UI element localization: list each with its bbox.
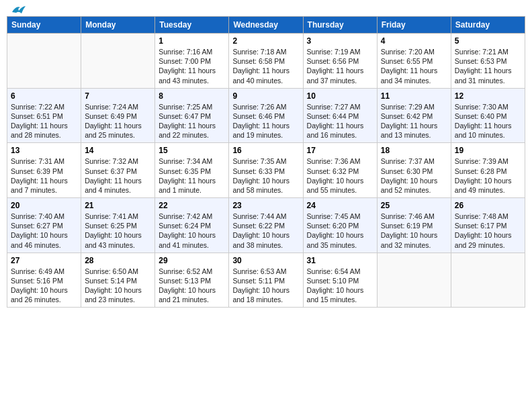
calendar-cell: 5Sunrise: 7:21 AM Sunset: 6:53 PM Daylig…	[451, 34, 525, 89]
logo	[9, 7, 26, 13]
calendar-cell: 11Sunrise: 7:29 AM Sunset: 6:42 PM Dayli…	[377, 88, 451, 143]
cell-info: Sunrise: 7:36 AM Sunset: 6:32 PM Dayligh…	[307, 156, 373, 195]
calendar-cell: 15Sunrise: 7:34 AM Sunset: 6:35 PM Dayli…	[155, 143, 229, 198]
calendar-cell: 6Sunrise: 7:22 AM Sunset: 6:51 PM Daylig…	[7, 88, 81, 143]
weekday-header-monday: Monday	[81, 17, 155, 34]
day-number: 8	[159, 91, 225, 101]
calendar-cell: 30Sunrise: 6:53 AM Sunset: 5:11 PM Dayli…	[229, 253, 303, 308]
cell-info: Sunrise: 6:50 AM Sunset: 5:14 PM Dayligh…	[85, 267, 151, 305]
weekday-header-wednesday: Wednesday	[229, 17, 303, 34]
day-number: 24	[307, 201, 373, 210]
cell-info: Sunrise: 7:25 AM Sunset: 6:47 PM Dayligh…	[159, 102, 225, 140]
calendar-cell: 4Sunrise: 7:20 AM Sunset: 6:55 PM Daylig…	[377, 34, 451, 89]
cell-info: Sunrise: 7:45 AM Sunset: 6:20 PM Dayligh…	[307, 212, 373, 250]
calendar-row-1: 6Sunrise: 7:22 AM Sunset: 6:51 PM Daylig…	[7, 88, 525, 143]
cell-info: Sunrise: 7:22 AM Sunset: 6:51 PM Dayligh…	[11, 102, 77, 140]
logo-bird-icon	[11, 4, 26, 16]
cell-info: Sunrise: 7:30 AM Sunset: 6:40 PM Dayligh…	[455, 102, 521, 140]
cell-info: Sunrise: 7:26 AM Sunset: 6:46 PM Dayligh…	[232, 102, 299, 140]
calendar-cell: 14Sunrise: 7:32 AM Sunset: 6:37 PM Dayli…	[81, 143, 155, 198]
calendar-cell: 28Sunrise: 6:50 AM Sunset: 5:14 PM Dayli…	[81, 253, 155, 308]
day-number: 26	[455, 201, 521, 210]
calendar-cell: 19Sunrise: 7:39 AM Sunset: 6:28 PM Dayli…	[451, 143, 525, 198]
calendar-header-row: SundayMondayTuesdayWednesdayThursdayFrid…	[7, 17, 525, 34]
day-number: 23	[232, 201, 299, 210]
calendar-cell: 12Sunrise: 7:30 AM Sunset: 6:40 PM Dayli…	[451, 88, 525, 143]
cell-info: Sunrise: 7:32 AM Sunset: 6:37 PM Dayligh…	[85, 156, 151, 195]
calendar-cell: 3Sunrise: 7:19 AM Sunset: 6:56 PM Daylig…	[303, 34, 377, 89]
calendar-cell: 24Sunrise: 7:45 AM Sunset: 6:20 PM Dayli…	[303, 198, 377, 253]
calendar-cell: 1Sunrise: 7:16 AM Sunset: 7:00 PM Daylig…	[155, 34, 229, 89]
calendar-cell	[81, 34, 155, 89]
cell-info: Sunrise: 7:46 AM Sunset: 6:19 PM Dayligh…	[381, 212, 447, 250]
cell-info: Sunrise: 7:27 AM Sunset: 6:44 PM Dayligh…	[307, 102, 373, 140]
day-number: 18	[381, 146, 447, 155]
calendar-cell: 27Sunrise: 6:49 AM Sunset: 5:16 PM Dayli…	[7, 253, 81, 308]
calendar-cell: 2Sunrise: 7:18 AM Sunset: 6:58 PM Daylig…	[229, 34, 303, 89]
cell-info: Sunrise: 6:53 AM Sunset: 5:11 PM Dayligh…	[232, 267, 299, 305]
weekday-header-friday: Friday	[377, 17, 451, 34]
calendar-cell: 22Sunrise: 7:42 AM Sunset: 6:24 PM Dayli…	[155, 198, 229, 253]
cell-info: Sunrise: 7:37 AM Sunset: 6:30 PM Dayligh…	[381, 156, 447, 195]
day-number: 30	[232, 256, 299, 265]
day-number: 28	[85, 256, 151, 265]
cell-info: Sunrise: 7:41 AM Sunset: 6:25 PM Dayligh…	[85, 212, 151, 250]
day-number: 11	[381, 91, 447, 101]
day-number: 20	[11, 201, 77, 210]
day-number: 14	[85, 146, 151, 155]
day-number: 9	[232, 91, 299, 101]
day-number: 3	[307, 36, 373, 46]
calendar-row-0: 1Sunrise: 7:16 AM Sunset: 7:00 PM Daylig…	[7, 34, 525, 89]
day-number: 12	[455, 91, 521, 101]
day-number: 22	[159, 201, 225, 210]
cell-info: Sunrise: 7:35 AM Sunset: 6:33 PM Dayligh…	[232, 156, 299, 195]
day-number: 15	[159, 146, 225, 155]
day-number: 21	[85, 201, 151, 210]
cell-info: Sunrise: 7:18 AM Sunset: 6:58 PM Dayligh…	[232, 47, 299, 85]
calendar-cell: 20Sunrise: 7:40 AM Sunset: 6:27 PM Dayli…	[7, 198, 81, 253]
calendar-row-2: 13Sunrise: 7:31 AM Sunset: 6:39 PM Dayli…	[7, 143, 525, 198]
calendar-cell: 7Sunrise: 7:24 AM Sunset: 6:49 PM Daylig…	[81, 88, 155, 143]
day-number: 25	[381, 201, 447, 210]
calendar-cell: 29Sunrise: 6:52 AM Sunset: 5:13 PM Dayli…	[155, 253, 229, 308]
calendar-cell: 25Sunrise: 7:46 AM Sunset: 6:19 PM Dayli…	[377, 198, 451, 253]
calendar-cell: 21Sunrise: 7:41 AM Sunset: 6:25 PM Dayli…	[81, 198, 155, 253]
calendar-cell: 26Sunrise: 7:48 AM Sunset: 6:17 PM Dayli…	[451, 198, 525, 253]
cell-info: Sunrise: 7:48 AM Sunset: 6:17 PM Dayligh…	[455, 212, 521, 250]
cell-info: Sunrise: 7:39 AM Sunset: 6:28 PM Dayligh…	[455, 156, 521, 195]
cell-info: Sunrise: 7:21 AM Sunset: 6:53 PM Dayligh…	[455, 47, 521, 85]
page-header	[7, 7, 525, 13]
calendar-cell: 10Sunrise: 7:27 AM Sunset: 6:44 PM Dayli…	[303, 88, 377, 143]
weekday-header-sunday: Sunday	[7, 17, 81, 34]
cell-info: Sunrise: 6:52 AM Sunset: 5:13 PM Dayligh…	[159, 267, 225, 305]
calendar-row-3: 20Sunrise: 7:40 AM Sunset: 6:27 PM Dayli…	[7, 198, 525, 253]
cell-info: Sunrise: 7:29 AM Sunset: 6:42 PM Dayligh…	[381, 102, 447, 140]
weekday-header-tuesday: Tuesday	[155, 17, 229, 34]
calendar-cell	[7, 34, 81, 89]
weekday-header-thursday: Thursday	[303, 17, 377, 34]
day-number: 13	[11, 146, 77, 155]
calendar-cell: 31Sunrise: 6:54 AM Sunset: 5:10 PM Dayli…	[303, 253, 377, 308]
calendar-cell: 8Sunrise: 7:25 AM Sunset: 6:47 PM Daylig…	[155, 88, 229, 143]
day-number: 29	[159, 256, 225, 265]
calendar-table: SundayMondayTuesdayWednesdayThursdayFrid…	[7, 16, 525, 308]
cell-info: Sunrise: 7:42 AM Sunset: 6:24 PM Dayligh…	[159, 212, 225, 250]
day-number: 7	[85, 91, 151, 101]
day-number: 16	[232, 146, 299, 155]
cell-info: Sunrise: 6:49 AM Sunset: 5:16 PM Dayligh…	[11, 267, 77, 305]
day-number: 31	[307, 256, 373, 265]
calendar-cell: 9Sunrise: 7:26 AM Sunset: 6:46 PM Daylig…	[229, 88, 303, 143]
weekday-header-saturday: Saturday	[451, 17, 525, 34]
day-number: 6	[11, 91, 77, 101]
cell-info: Sunrise: 7:20 AM Sunset: 6:55 PM Dayligh…	[381, 47, 447, 85]
calendar-cell: 16Sunrise: 7:35 AM Sunset: 6:33 PM Dayli…	[229, 143, 303, 198]
day-number: 5	[455, 36, 521, 46]
cell-info: Sunrise: 7:44 AM Sunset: 6:22 PM Dayligh…	[232, 212, 299, 250]
day-number: 4	[381, 36, 447, 46]
cell-info: Sunrise: 6:54 AM Sunset: 5:10 PM Dayligh…	[307, 267, 373, 305]
cell-info: Sunrise: 7:40 AM Sunset: 6:27 PM Dayligh…	[11, 212, 77, 250]
cell-info: Sunrise: 7:19 AM Sunset: 6:56 PM Dayligh…	[307, 47, 373, 85]
day-number: 10	[307, 91, 373, 101]
cell-info: Sunrise: 7:34 AM Sunset: 6:35 PM Dayligh…	[159, 156, 225, 195]
calendar-row-4: 27Sunrise: 6:49 AM Sunset: 5:16 PM Dayli…	[7, 253, 525, 308]
